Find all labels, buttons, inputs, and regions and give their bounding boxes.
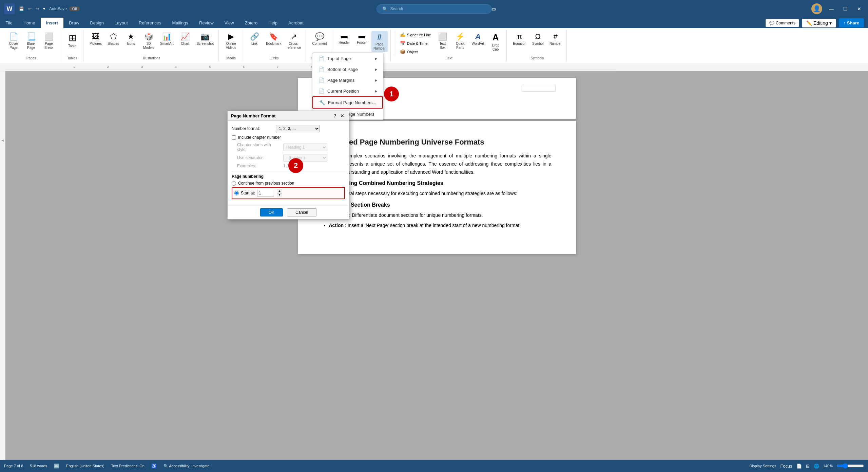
smartart-button[interactable]: 📊 SmartArt — [158, 31, 175, 47]
quick-access-toolbar: 💾 ↩ ↪ ▾ — [18, 6, 46, 12]
continue-from-previous-radio[interactable] — [232, 181, 236, 186]
dialog-title: Page Number Format — [231, 113, 275, 118]
illustrations-group-items: 🖼 Pictures ⬠ Shapes ★ Icons 🎲 3DModels 📊 — [88, 31, 216, 56]
start-at-down-button[interactable]: ▼ — [277, 193, 282, 197]
tab-help[interactable]: Help — [263, 18, 283, 28]
include-chapter-label: Include chapter number — [238, 135, 281, 140]
restore-button[interactable]: ❐ — [841, 5, 850, 13]
title-bar-left: W 💾 ↩ ↪ ▾ AutoSave Off — [4, 3, 80, 14]
autosave-toggle[interactable]: Off — [69, 6, 79, 11]
continue-from-previous-row: Continue from previous section — [232, 181, 345, 186]
menu-item-current-position[interactable]: 📄 Current Position ▶ — [312, 86, 383, 96]
list-item-2: Action : Insert a 'Next Page' section br… — [329, 222, 552, 230]
shapes-button[interactable]: ⬠ Shapes — [105, 31, 121, 47]
start-at-up-button[interactable]: ▲ — [277, 189, 282, 193]
tab-layout[interactable]: Layout — [109, 18, 133, 28]
view-multi-page-button[interactable]: ⊞ — [806, 464, 810, 469]
header-button[interactable]: ▬ Header — [336, 31, 352, 46]
object-button[interactable]: 📦 Object — [398, 48, 433, 56]
footer-button[interactable]: ▬ Footer — [354, 31, 370, 46]
view-web-button[interactable]: 🌐 — [814, 464, 819, 469]
menu-item-bottom-of-page[interactable]: 📄 Bottom of Page ▶ — [312, 64, 383, 75]
illustrations-label: Illustrations — [88, 56, 216, 60]
3d-models-button[interactable]: 🎲 3DModels — [140, 31, 157, 51]
tab-view[interactable]: View — [219, 18, 239, 28]
user-avatar[interactable]: 👤 — [811, 3, 822, 14]
zoom-slider[interactable] — [837, 463, 864, 469]
bookmark-button[interactable]: 🔖 Bookmark — [264, 31, 283, 47]
tab-acrobat[interactable]: Acrobat — [283, 18, 309, 28]
start-at-label: Start at: — [241, 191, 255, 195]
dropcap-button[interactable]: A DropCap — [487, 31, 504, 53]
tab-review[interactable]: Review — [194, 18, 219, 28]
page-margins-icon: 📄 — [318, 77, 325, 83]
close-button[interactable]: ✕ — [854, 5, 864, 13]
search-input[interactable] — [390, 6, 479, 11]
start-at-radio[interactable] — [234, 191, 239, 195]
signature-line-button[interactable]: ✍ Signature Line — [398, 31, 433, 39]
dialog-ok-button[interactable]: OK — [260, 208, 283, 216]
tab-draw[interactable]: Draw — [63, 18, 84, 28]
ribbon-group-links: 🔗 Link 🔖 Bookmark ↗ Cross-reference Link… — [244, 30, 306, 61]
comments-button[interactable]: 💬 Comments — [766, 19, 799, 27]
cover-page-button[interactable]: 📄 CoverPage — [5, 31, 22, 51]
dropcap-icon: A — [493, 32, 499, 43]
table-button[interactable]: ⊞ Table — [64, 31, 80, 50]
media-label: Media — [223, 56, 239, 60]
save-button[interactable]: 💾 — [18, 6, 25, 12]
pictures-button[interactable]: 🖼 Pictures — [88, 31, 104, 47]
dialog-help-button[interactable]: ? — [332, 113, 337, 118]
link-button[interactable]: 🔗 Link — [246, 31, 263, 47]
menu-item-page-margins[interactable]: 📄 Page Margins ▶ — [312, 75, 383, 86]
minimize-button[interactable]: — — [826, 5, 836, 13]
tab-mailings[interactable]: Mailings — [167, 18, 194, 28]
undo-button[interactable]: ↩ — [27, 6, 33, 12]
blank-page-icon: 📃 — [27, 32, 36, 41]
svg-text:7: 7 — [277, 65, 278, 69]
autosave-label: AutoSave Off — [49, 6, 80, 11]
proofing-icon-button[interactable]: 🔤 — [54, 464, 59, 469]
view-single-page-button[interactable]: 📄 — [796, 464, 802, 469]
pages-label: Pages — [5, 56, 57, 60]
tab-home[interactable]: Home — [18, 18, 41, 28]
menu-item-top-of-page[interactable]: 📄 Top of Page ▶ — [312, 53, 383, 64]
dialog-cancel-button[interactable]: Cancel — [287, 208, 316, 216]
include-chapter-checkbox[interactable] — [232, 135, 236, 140]
tab-design[interactable]: Design — [84, 18, 109, 28]
editing-button[interactable]: ✏️ Editing ▾ — [802, 19, 836, 27]
qat-dropdown-button[interactable]: ▾ — [42, 6, 46, 12]
share-button[interactable]: ↑ Share — [839, 18, 864, 27]
dialog-close-button[interactable]: ✕ — [339, 113, 346, 118]
wordart-button[interactable]: A WordArt — [470, 31, 486, 47]
number-button[interactable]: # Number — [547, 31, 564, 47]
quick-parts-button[interactable]: ⚡ QuickParts — [452, 31, 468, 51]
comment-button[interactable]: 💬 Comment — [310, 31, 329, 47]
icons-button[interactable]: ★ Icons — [123, 31, 139, 47]
menu-item-format-page-numbers[interactable]: 🔧 Format Page Numbers... — [312, 96, 383, 109]
tab-file[interactable]: File — [0, 18, 18, 28]
screenshot-button[interactable]: 📷 Screenshot — [195, 31, 216, 47]
link-icon: 🔗 — [250, 32, 259, 41]
accessibility-icon-button[interactable]: ♿ — [151, 464, 157, 469]
search-bar[interactable]: 🔍 — [377, 4, 492, 14]
number-format-select[interactable]: 1, 2, 3, ... — [276, 125, 320, 132]
start-at-input[interactable] — [257, 190, 274, 196]
chapter-starts-select[interactable]: Heading 1 — [283, 144, 327, 151]
blank-page-button[interactable]: 📃 BlankPage — [23, 31, 39, 51]
date-time-button[interactable]: 📅 Date & Time — [398, 39, 433, 47]
bullet1-text: : Differentiate document sections for un… — [349, 212, 483, 218]
tab-insert[interactable]: Insert — [41, 18, 63, 28]
page-number-button[interactable]: # PageNumber — [371, 31, 388, 52]
tab-references[interactable]: References — [133, 18, 167, 28]
symbol-button[interactable]: Ω Symbol — [530, 31, 546, 47]
redo-button[interactable]: ↪ — [34, 6, 40, 12]
focus-button[interactable]: Focus — [780, 464, 792, 469]
chart-button[interactable]: 📈 Chart — [177, 31, 193, 47]
tab-zotero[interactable]: Zotero — [239, 18, 263, 28]
bottom-of-page-chevron: ▶ — [375, 68, 378, 71]
page-break-button[interactable]: ⬜ PageBreak — [41, 31, 57, 51]
online-videos-button[interactable]: ▶ OnlineVideos — [223, 31, 239, 51]
textbox-button[interactable]: ⬜ TextBox — [435, 31, 451, 51]
equation-button[interactable]: π Equation — [511, 31, 528, 47]
cross-reference-button[interactable]: ↗ Cross-reference — [285, 31, 303, 51]
